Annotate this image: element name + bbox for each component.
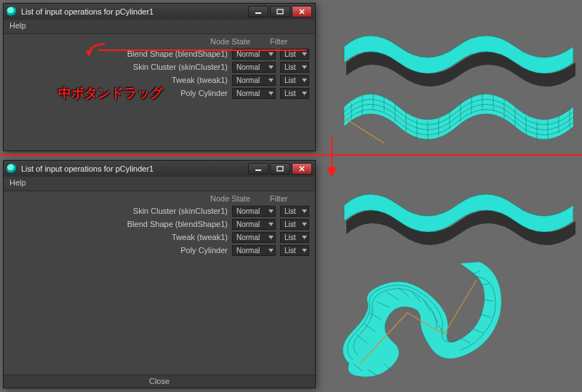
row-label: Poly Cylinder	[9, 246, 232, 255]
svg-rect-26	[277, 167, 283, 171]
chevron-down-icon	[268, 208, 274, 214]
viewport-wireframe-cylinder-top	[340, 81, 573, 140]
titlebar[interactable]: List of input operations for pCylinder1	[4, 161, 315, 177]
chevron-down-icon	[268, 77, 274, 83]
row-label: Tweak (tweak1)	[9, 233, 232, 241]
filter-dropdown[interactable]: List	[280, 62, 309, 73]
menubar: Help	[4, 20, 315, 34]
chevron-down-icon	[301, 90, 307, 96]
filter-dropdown[interactable]: List	[280, 75, 309, 86]
input-row-tweak[interactable]: Tweak (tweak1) Normal List	[4, 231, 315, 244]
maya-icon	[7, 7, 17, 17]
chevron-down-icon	[268, 90, 274, 96]
titlebar[interactable]: List of input operations for pCylinder1	[4, 4, 315, 20]
node-state-dropdown[interactable]: Normal	[232, 245, 276, 256]
menu-help[interactable]: Help	[9, 178, 26, 187]
column-headers: Node State Filter	[4, 34, 315, 47]
filter-dropdown[interactable]: List	[280, 206, 309, 217]
header-filter: Filter	[270, 37, 309, 46]
minimize-button[interactable]	[248, 163, 268, 175]
row-label: Skin Cluster (skinCluster1)	[9, 63, 232, 71]
node-state-dropdown[interactable]: Normal	[232, 219, 276, 230]
close-window-button[interactable]	[292, 6, 312, 17]
chevron-down-icon	[301, 221, 307, 227]
input-operations-window-after: List of input operations for pCylinder1 …	[3, 160, 316, 388]
filter-dropdown[interactable]: List	[280, 88, 309, 99]
filter-dropdown[interactable]: List	[280, 232, 309, 243]
svg-rect-0	[255, 12, 261, 14]
viewport-smooth-cylinder-bottom	[340, 183, 573, 227]
node-state-dropdown[interactable]: Normal	[232, 75, 276, 86]
chevron-down-icon	[301, 234, 307, 240]
chevron-down-icon	[268, 234, 274, 240]
chevron-down-icon	[301, 208, 307, 214]
close-window-button[interactable]	[292, 163, 312, 175]
viewport-wireframe-cylinder-deformed	[327, 262, 517, 389]
input-row-polycylinder[interactable]: Poly Cylinder Normal List	[4, 244, 315, 257]
annotation-transition-arrow-icon	[325, 137, 338, 180]
row-label: Tweak (tweak1)	[9, 76, 232, 84]
svg-line-49	[444, 280, 477, 335]
chevron-down-icon	[301, 64, 307, 70]
filter-dropdown[interactable]: List	[280, 245, 309, 256]
column-headers: Node State Filter	[4, 191, 315, 204]
chevron-down-icon	[268, 51, 274, 57]
chevron-down-icon	[301, 51, 307, 57]
window-title: List of input operations for pCylinder1	[21, 7, 154, 16]
node-state-dropdown[interactable]: Normal	[232, 206, 276, 217]
maximize-button[interactable]	[270, 6, 290, 17]
chevron-down-icon	[268, 64, 274, 70]
annotation-drag-arrow-icon	[86, 41, 108, 58]
maya-icon	[7, 164, 17, 174]
filter-dropdown[interactable]: List	[280, 219, 309, 230]
annotation-divider-line	[0, 154, 582, 156]
header-node-state: Node State	[210, 194, 257, 203]
minimize-button[interactable]	[248, 6, 268, 17]
input-operations-window-before: List of input operations for pCylinder1 …	[3, 3, 316, 151]
svg-rect-25	[255, 169, 261, 171]
maximize-button[interactable]	[270, 163, 290, 175]
menu-help[interactable]: Help	[9, 21, 26, 30]
node-state-dropdown[interactable]: Normal	[232, 88, 276, 99]
input-row-blendshape[interactable]: Blend Shape (blendShape1) Normal List	[4, 217, 315, 231]
svg-line-23	[344, 118, 384, 143]
input-row-skincluster[interactable]: Skin Cluster (skinCluster1) Normal List	[4, 60, 315, 73]
svg-rect-1	[277, 9, 283, 14]
input-row-skincluster[interactable]: Skin Cluster (skinCluster1) Normal List	[4, 204, 315, 217]
annotation-mmb-drag-label: 中ボタンドラッグ	[58, 84, 163, 102]
row-label: Blend Shape (blendShape1)	[9, 220, 232, 228]
node-state-dropdown[interactable]: Normal	[232, 62, 276, 73]
chevron-down-icon	[268, 221, 274, 227]
window-title: List of input operations for pCylinder1	[21, 164, 154, 173]
menubar: Help	[4, 177, 315, 191]
chevron-down-icon	[301, 247, 307, 253]
annotation-highlight-row	[98, 49, 306, 51]
header-node-state: Node State	[210, 37, 257, 46]
close-button[interactable]: Close	[4, 375, 315, 388]
node-state-dropdown[interactable]: Normal	[232, 232, 276, 243]
chevron-down-icon	[301, 77, 307, 83]
row-label: Skin Cluster (skinCluster1)	[9, 207, 232, 215]
chevron-down-icon	[268, 247, 274, 253]
viewport-smooth-cylinder-top	[340, 25, 573, 68]
header-filter: Filter	[270, 194, 309, 203]
